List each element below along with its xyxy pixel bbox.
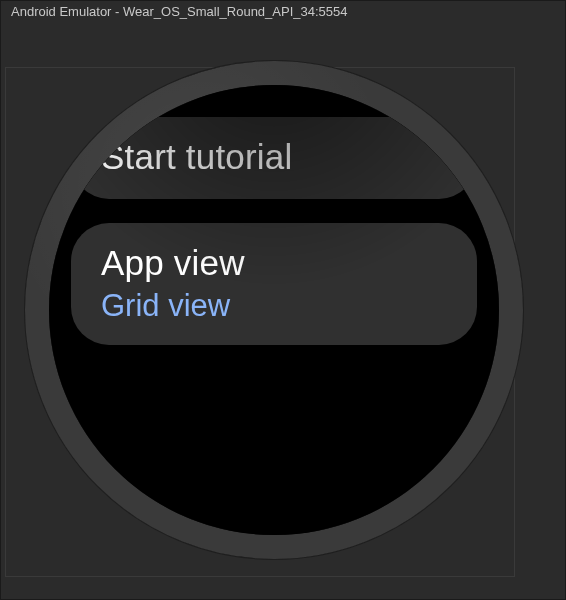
watch-device: UIS Start tutorial App view Grid view bbox=[25, 61, 523, 559]
list-item-title: Start tutorial bbox=[101, 137, 447, 177]
list-item-subtitle: Grid view bbox=[101, 288, 447, 324]
settings-list[interactable]: UIS Start tutorial App view Grid view bbox=[49, 85, 499, 369]
emulator-window: Android Emulator - Wear_OS_Small_Round_A… bbox=[0, 0, 566, 600]
list-item-title: App view bbox=[101, 243, 447, 283]
window-title: Android Emulator - Wear_OS_Small_Round_A… bbox=[1, 1, 565, 23]
list-item-app-view[interactable]: App view Grid view bbox=[71, 223, 477, 345]
previous-section-peek: UIS bbox=[71, 85, 477, 95]
list-item-start-tutorial[interactable]: Start tutorial bbox=[71, 117, 477, 199]
watch-screen[interactable]: UIS Start tutorial App view Grid view bbox=[49, 85, 499, 535]
emulator-stage: UIS Start tutorial App view Grid view bbox=[11, 31, 557, 591]
